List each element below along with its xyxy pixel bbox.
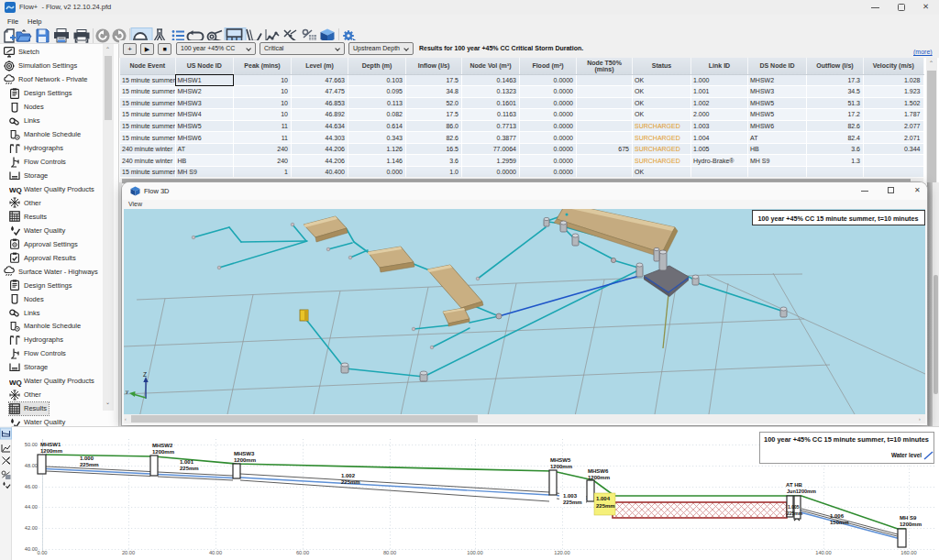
svg-text:225mm: 225mm [596,503,615,509]
svg-text:1200mm: 1200mm [40,448,62,454]
svg-text:1.003: 1.003 [563,493,578,499]
svg-text:y: y [126,389,128,394]
svg-text:225mm: 225mm [180,466,199,471]
svg-text:1200mm: 1200mm [588,475,610,480]
svg-text:1200mm: 1200mm [234,457,256,463]
svg-text:1.001: 1.001 [180,459,194,465]
svg-text:150mm: 150mm [830,520,849,525]
svg-text:1200mm: 1200mm [900,522,922,527]
svg-text:40.00: 40.00 [25,546,38,552]
svg-text:0.00: 0.00 [37,550,47,555]
svg-text:140.00: 140.00 [815,550,831,555]
svg-text:50.00: 50.00 [25,442,38,447]
svg-text:Jun1200mm: Jun1200mm [787,489,816,494]
svg-text:Water level: Water level [891,452,922,458]
svg-text:MHSW2: MHSW2 [152,443,173,448]
svg-text:44.00: 44.00 [25,504,38,510]
svg-text:1.002: 1.002 [341,473,356,478]
svg-text:MHSW1: MHSW1 [40,442,61,447]
svg-text:1.005: 1.005 [788,504,800,510]
svg-text:1200mm: 1200mm [550,464,572,469]
svg-text:225mm: 225mm [563,500,582,505]
svg-text:40.00: 40.00 [209,550,222,555]
svg-text:MHSW3: MHSW3 [234,451,255,456]
svg-text:MHSW6: MHSW6 [588,468,609,474]
svg-text:MH S9: MH S9 [900,515,917,521]
svg-text:1200mm: 1200mm [152,449,174,455]
svg-text:120.00: 120.00 [554,550,569,555]
svg-text:100 year +45% CC 15 minute sum: 100 year +45% CC 15 minute summer, t=10 … [764,435,929,444]
svg-text:AT HB: AT HB [786,482,803,488]
svg-text:225mm: 225mm [80,462,99,467]
svg-text:100 year +45% CC 15 minute sum: 100 year +45% CC 15 minute summer, t=10 … [758,214,919,223]
svg-text:160.00: 160.00 [900,550,916,555]
svg-text:1.000: 1.000 [80,456,94,461]
svg-text:80.00: 80.00 [383,550,396,555]
svg-text:20.00: 20.00 [122,550,135,555]
svg-text:225mm: 225mm [787,511,803,516]
svg-text:48.00: 48.00 [25,463,38,468]
svg-text:42.00: 42.00 [25,525,38,531]
svg-text:225mm: 225mm [341,479,360,485]
svg-text:1.006: 1.006 [830,513,845,519]
svg-text:100.00: 100.00 [467,550,482,555]
svg-text:1.004: 1.004 [596,496,611,501]
svg-text:46.00: 46.00 [25,484,38,489]
svg-text:60.00: 60.00 [296,550,309,555]
svg-text:Z: Z [143,371,147,378]
svg-text:MHSW5: MHSW5 [550,457,571,463]
